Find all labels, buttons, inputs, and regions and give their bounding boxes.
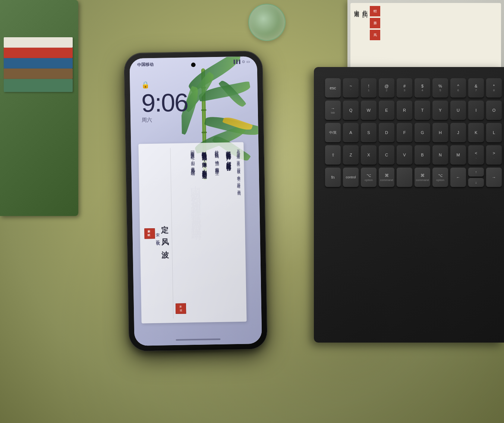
key-tilde-label: ~ — [350, 84, 352, 88]
key-1[interactable]: ! 1 — [361, 78, 377, 98]
key-arrow-up[interactable]: ↑ — [468, 168, 484, 176]
key-7[interactable]: & 7 — [468, 78, 484, 98]
key-option-left[interactable]: ⌥ option — [361, 168, 377, 187]
key-option-left-label: ⌥ — [366, 173, 371, 178]
vase-body — [248, 4, 286, 41]
key-z[interactable]: Z — [343, 145, 359, 165]
poetry-author: 宋·苏轼 — [155, 230, 160, 240]
poetry-title: 定 风 波 — [160, 219, 170, 247]
key-l[interactable]: L — [486, 123, 502, 142]
key-command-left[interactable]: ⌘ command — [379, 168, 394, 187]
key-6[interactable]: ^ 6 — [450, 78, 466, 98]
key-h[interactable]: H — [432, 123, 448, 142]
key-l-label: L — [493, 130, 495, 135]
key-comma[interactable]: < , — [468, 145, 484, 165]
key-u-label: U — [457, 108, 460, 112]
key-t[interactable]: T — [415, 101, 430, 120]
key-n[interactable]: N — [432, 145, 448, 165]
phone-volume-up[interactable] — [124, 126, 126, 148]
key-esc[interactable]: esc — [325, 78, 341, 98]
key-3[interactable]: # 3 — [397, 78, 412, 98]
key-shift-left[interactable]: ⇧ — [325, 145, 341, 165]
key-control[interactable]: control — [343, 168, 359, 187]
key-2-sub: 2 — [386, 89, 387, 92]
phone-wallpaper: 山頭斜照卻相迎歸去也無風雨也無晴 — [129, 56, 262, 346]
key-v[interactable]: V — [397, 145, 412, 165]
key-a[interactable]: A — [343, 123, 359, 142]
key-m-label: M — [456, 153, 460, 157]
key-h-label: H — [439, 130, 442, 135]
key-d-label: D — [385, 130, 388, 135]
key-command-left-sub: command — [380, 178, 393, 182]
keyboard-grid: esc ~ ` ! 1 @ 2 # — [325, 78, 497, 331]
key-arrow-right[interactable]: → — [486, 168, 502, 187]
key-5[interactable]: % 5 — [432, 78, 448, 98]
key-f-label: F — [403, 130, 406, 135]
key-period[interactable]: > . — [486, 145, 502, 165]
phone-power-button[interactable] — [263, 111, 265, 140]
key-c-label: C — [385, 153, 388, 157]
key-chinese-english[interactable]: 中/英 — [325, 123, 341, 142]
key-3-label: # — [403, 84, 406, 88]
key-fn[interactable]: fn — [325, 168, 341, 187]
phone-volume-down[interactable] — [125, 152, 126, 174]
key-o[interactable]: O — [486, 101, 502, 120]
key-o-label: O — [492, 108, 496, 112]
key-arrow-left[interactable]: ← — [450, 168, 466, 187]
keyboard-row-2: → tab Q W E R T — [325, 101, 497, 120]
poetry-card: 定 风 波 宋·苏轼 蘇軾 三月七日沙湖道中遇雨，雨具先去，同行皆狼狈，余独不 — [138, 142, 246, 324]
key-i-label: I — [475, 108, 476, 112]
key-arrow-down[interactable]: ↓ — [468, 178, 484, 187]
key-s-label: S — [367, 130, 370, 135]
key-tab-sub: tab — [331, 111, 335, 114]
key-tab[interactable]: → tab — [325, 101, 341, 120]
key-s[interactable]: S — [361, 123, 377, 142]
key-b[interactable]: B — [415, 145, 430, 165]
key-g[interactable]: G — [415, 123, 430, 142]
key-option-left-sub: option — [365, 178, 373, 182]
key-q[interactable]: Q — [343, 101, 359, 120]
key-y[interactable]: Y — [432, 101, 448, 120]
key-command-right[interactable]: ⌘ command — [415, 168, 430, 187]
lock-time: 9:06 — [141, 89, 188, 115]
laptop-screen: 中遍雨 作此詞 輕 勝 馬 — [347, 0, 504, 74]
key-period-sub: . — [494, 156, 494, 159]
phone-silent-switch[interactable] — [124, 105, 125, 120]
key-r[interactable]: R — [397, 101, 412, 120]
key-2[interactable]: @ 2 — [379, 78, 394, 98]
key-w[interactable]: W — [361, 101, 377, 120]
key-e[interactable]: E — [379, 101, 394, 120]
key-x-label: X — [367, 153, 370, 157]
key-4[interactable]: $ 4 — [415, 78, 430, 98]
book-white — [4, 37, 73, 48]
key-d[interactable]: D — [379, 123, 394, 142]
key-shift-label: ⇧ — [331, 153, 335, 158]
key-j[interactable]: J — [450, 123, 466, 142]
key-z-label: Z — [350, 153, 352, 157]
key-space[interactable] — [397, 168, 412, 187]
key-f[interactable]: F — [397, 123, 412, 142]
key-c[interactable]: C — [379, 145, 394, 165]
key-1-label: ! — [368, 84, 369, 88]
poetry-col-2: 竹杖芒鞋轻胜马，谁怕？一蓑烟雨任平生。 — [209, 147, 223, 318]
key-option-right[interactable]: ⌥ option — [432, 168, 448, 187]
key-arrow-up-icon: ↑ — [475, 170, 477, 174]
key-comma-label: < — [475, 151, 477, 155]
poetry-col-3: 料峭春风吹酒醒，微冷，山头斜照却相迎。 — [197, 147, 211, 318]
laptop-container: 中遍雨 作此詞 輕 勝 馬 esc ~ ` — [310, 0, 504, 343]
keyboard-row-1: esc ~ ` ! 1 @ 2 # — [325, 78, 497, 98]
key-5-label: % — [438, 84, 442, 88]
status-icons: ▐▐▐ ⊙ ▭ — [232, 59, 249, 64]
key-m[interactable]: M — [450, 145, 466, 165]
key-k[interactable]: K — [468, 123, 484, 142]
key-x[interactable]: X — [361, 145, 377, 165]
seal-stamp-1: 蘇軾 — [144, 228, 155, 239]
key-i[interactable]: I — [468, 101, 484, 120]
keyboard-row-4: ⇧ Z X C V B — [325, 145, 497, 165]
lock-icon: 🔒 — [141, 80, 188, 89]
poetry-col-4: 回首向来萧瑟处，归去，也无风雨也无晴。 — [185, 147, 198, 318]
key-u[interactable]: U — [450, 101, 466, 120]
key-tilde[interactable]: ~ ` — [343, 78, 359, 98]
key-8[interactable]: * 8 — [486, 78, 502, 98]
poetry-col-1: 莫听穿林打叶声，何妨吟啸且徐行。 — [221, 147, 235, 317]
